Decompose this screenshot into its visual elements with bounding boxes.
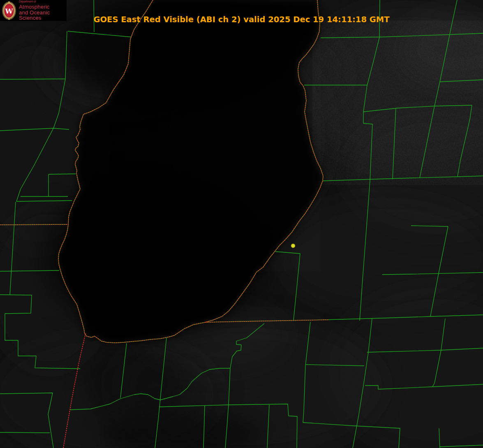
logo-line2: and Oceanic Sciences: [19, 10, 67, 21]
uw-crest-icon: W: [1, 1, 17, 21]
logo-dept-line: Department of: [19, 0, 67, 3]
station-marker-dot: [291, 244, 295, 248]
station-marker: [291, 244, 295, 248]
satellite-image-viewport: GOES East Red Visible (ABI ch 2) valid 2…: [0, 0, 483, 448]
svg-text:W: W: [5, 7, 13, 15]
uw-aos-logo: W Department of Atmospheric and Oceanic …: [0, 0, 67, 21]
product-title: GOES East Red Visible (ABI ch 2) valid 2…: [0, 15, 483, 24]
goes-satellite-map: [0, 0, 483, 448]
logo-line1: Atmospheric: [19, 4, 67, 9]
